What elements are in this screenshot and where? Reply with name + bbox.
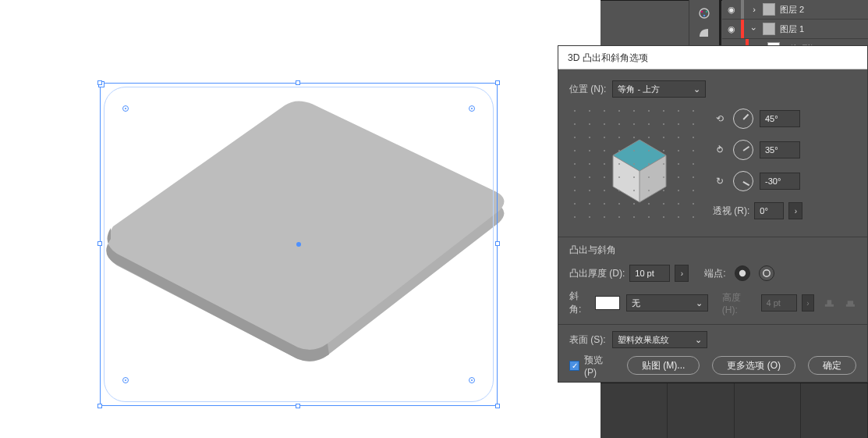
layer-swatch	[763, 3, 775, 16]
visibility-icon[interactable]: ◉	[722, 24, 741, 34]
tool-column	[689, 0, 719, 45]
dialog-title: 3D 凸出和斜角选项	[558, 46, 867, 69]
cap-on-button[interactable]	[735, 265, 750, 281]
center-point[interactable]	[296, 242, 301, 247]
cap-off-button[interactable]	[759, 265, 774, 281]
handle-bot-left[interactable]	[97, 404, 102, 408]
handle-top-mid[interactable]	[296, 80, 300, 85]
handle-mid-right[interactable]	[495, 241, 500, 246]
selection-bounding-box[interactable]	[100, 83, 498, 406]
svg-point-2	[706, 10, 708, 12]
angle-dial-z[interactable]	[733, 171, 753, 191]
bevel-select[interactable]: 无 ⌄	[626, 294, 708, 312]
layer-row-1[interactable]: ◉ › 图层 2	[722, 0, 868, 20]
dialog-3d-extrude-bevel: 3D 凸出和斜角选项 位置 (N): 等角 - 上方 ⌄	[558, 45, 868, 383]
position-value: 等角 - 上方	[618, 84, 660, 95]
position-label: 位置 (N):	[569, 83, 606, 96]
cap-label: 端点:	[704, 267, 725, 280]
angle-dial-y[interactable]	[733, 140, 753, 160]
extrude-depth-label: 凸出厚度 (D):	[569, 267, 625, 280]
layer-row-2[interactable]: ◉ › 图层 1	[722, 20, 868, 39]
bevel-height-field	[761, 294, 797, 312]
disclosure-icon[interactable]: ›	[747, 5, 761, 14]
surface-value: 塑料效果底纹	[618, 334, 669, 346]
svg-point-8	[739, 270, 745, 276]
surface-select[interactable]: 塑料效果底纹 ⌄	[612, 331, 707, 348]
extrude-depth-field[interactable]	[629, 265, 670, 282]
bevel-label: 斜角:	[569, 290, 589, 316]
surface-label: 表面 (S):	[569, 333, 606, 347]
preview-label: 预览 (P)	[584, 354, 615, 378]
angle-x-field[interactable]	[760, 110, 800, 127]
svg-point-9	[763, 270, 769, 276]
disclosure-icon[interactable]: ›	[749, 22, 759, 36]
preview-checkbox[interactable]: ✓	[569, 361, 579, 371]
perspective-field[interactable]	[754, 202, 784, 219]
angle-y-field[interactable]	[760, 141, 800, 158]
chevron-down-icon: ⌄	[696, 298, 703, 308]
more-options-button[interactable]: 更多选项 (O)	[712, 356, 795, 375]
shape-tool-icon[interactable]	[697, 26, 711, 40]
corner-widget-bl[interactable]	[122, 377, 129, 383]
ok-button[interactable]: 确定	[808, 356, 856, 375]
chevron-down-icon: ⌄	[693, 84, 700, 94]
panel-strip-bottom	[601, 383, 868, 438]
corner-widget-tl[interactable]	[122, 105, 129, 112]
divider	[558, 237, 867, 237]
handle-mid-left[interactable]	[97, 241, 102, 246]
map-art-button[interactable]: 贴图 (M)...	[627, 356, 700, 375]
cube-preview[interactable]	[597, 129, 682, 213]
visibility-icon[interactable]: ◉	[722, 5, 741, 15]
handle-bot-right[interactable]	[495, 404, 500, 408]
layer-label: 图层 1	[780, 23, 804, 35]
layer-swatch	[763, 23, 775, 35]
position-select[interactable]: 等角 - 上方 ⌄	[612, 80, 706, 98]
handle-top-right[interactable]	[495, 80, 500, 85]
section-extrude-title: 凸出与斜角	[569, 244, 856, 257]
rotate-y-icon: ⥁	[713, 144, 727, 155]
handle-bot-mid[interactable]	[296, 404, 300, 408]
rotation-trackcube[interactable]	[569, 105, 702, 230]
corner-widget-br[interactable]	[469, 377, 475, 383]
artboard-canvas[interactable]	[0, 0, 558, 438]
svg-point-1	[701, 10, 703, 12]
chevron-down-icon: ⌄	[695, 335, 702, 345]
angle-dial-x[interactable]	[733, 109, 753, 129]
layer-label: 图层 2	[780, 4, 804, 16]
handle-top-left[interactable]	[97, 80, 102, 85]
dialog-footer: ✓ 预览 (P) 贴图 (M)... 更多选项 (O) 确定	[558, 349, 867, 382]
svg-point-3	[703, 14, 706, 16]
bevel-out-icon	[845, 297, 856, 309]
corner-widget-tr[interactable]	[469, 105, 475, 112]
rotate-x-icon: ⟲	[713, 113, 727, 124]
rotate-z-icon: ↻	[713, 176, 727, 187]
panel-divider	[719, 0, 721, 45]
bevel-height-label: 高度 (H):	[722, 291, 756, 315]
bevel-in-icon	[824, 297, 835, 309]
extrude-depth-stepper[interactable]: ›	[675, 265, 689, 282]
bevel-height-stepper: ›	[802, 294, 815, 312]
swatches-icon[interactable]	[697, 6, 711, 20]
bevel-value: 无	[632, 297, 640, 309]
divider	[558, 324, 867, 325]
perspective-label: 透视 (R):	[713, 205, 749, 218]
angle-z-field[interactable]	[760, 173, 800, 190]
bevel-swatch	[595, 296, 620, 310]
perspective-stepper[interactable]: ›	[788, 202, 802, 219]
